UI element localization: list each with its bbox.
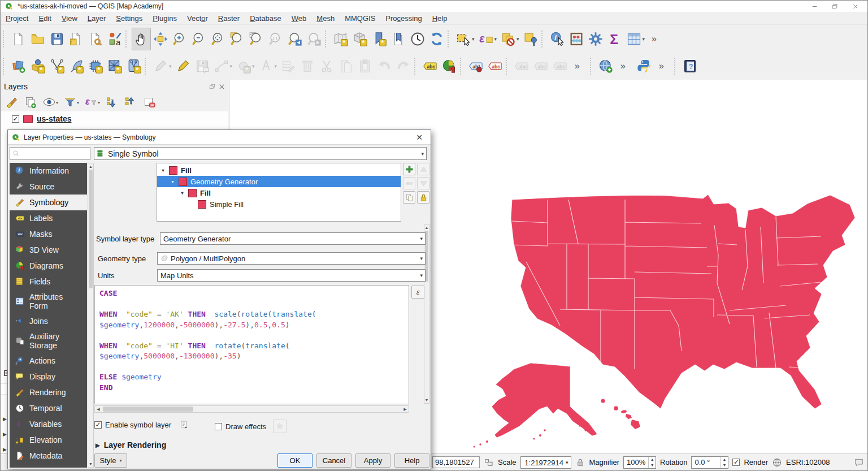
coordinate-input[interactable]: 98,1801527 — [432, 456, 480, 468]
sidebar-item-actions[interactable]: Actions — [10, 353, 87, 369]
attribute-table-button[interactable]: ▾ — [624, 28, 647, 50]
extents-icon[interactable] — [484, 457, 494, 468]
toolbar-handle[interactable] — [541, 31, 545, 47]
draw-effects-checkbox[interactable] — [215, 423, 222, 430]
crs-value[interactable]: ESRI:102008 — [786, 458, 830, 466]
pan-to-selection-button[interactable] — [151, 28, 170, 50]
data-defined-override-icon[interactable] — [179, 420, 189, 430]
dialog-search-input[interactable] — [10, 147, 90, 160]
menu-raster[interactable]: Raster — [213, 13, 245, 24]
menu-plugins[interactable]: Plugins — [147, 13, 182, 24]
symbol-tree-item-fill[interactable]: ▾Fill — [157, 187, 401, 198]
menu-database[interactable]: Database — [245, 13, 287, 24]
new-3d-map-view-button[interactable]: * — [350, 28, 370, 50]
zoom-native-button[interactable]: 1:1 — [266, 28, 285, 50]
layer-row-us-states[interactable]: ✓ us-states — [1, 111, 228, 126]
change-label-button[interactable]: abc — [550, 55, 570, 77]
symbol-tree-item-simple-fill[interactable]: Simple Fill — [157, 198, 401, 210]
menu-edit[interactable]: Edit — [33, 13, 56, 24]
units-combobox[interactable]: Map Units▾ — [157, 269, 426, 282]
zoom-last-button[interactable] — [285, 28, 305, 50]
messages-icon[interactable] — [854, 457, 864, 468]
filter-legend-button[interactable]: ▾ — [63, 96, 79, 109]
toolbar-handle[interactable] — [414, 58, 418, 75]
new-temporary-scratch-layer-button[interactable]: * — [67, 55, 86, 77]
sidebar-item-3d-view[interactable]: 3D View — [10, 242, 87, 258]
deselect-features-button[interactable]: ▾ — [498, 28, 521, 50]
content-scrollbar[interactable]: ▲ ▼ — [424, 224, 429, 404]
sidebar-item-joins[interactable]: Joins — [10, 313, 87, 329]
highlight-pinned-labels-button[interactable]: abc — [485, 55, 505, 77]
symbol-layer-type-combobox[interactable]: Geometry Generator▾ — [160, 232, 426, 245]
toolbar-overflow-button[interactable]: » — [646, 28, 666, 50]
lock-scale-icon[interactable] — [575, 457, 585, 468]
close-panel-icon[interactable] — [218, 83, 225, 90]
zoom-next-button[interactable] — [305, 28, 324, 50]
label-toolbar-overflow-button[interactable]: » — [570, 55, 589, 77]
expand-all-button[interactable] — [105, 96, 119, 109]
current-edits-button[interactable]: ▾ — [151, 55, 173, 77]
sidebar-item-masks[interactable]: abcMasks — [10, 226, 87, 242]
select-features-button[interactable]: ▾ — [454, 28, 476, 50]
statistical-summary-button[interactable]: Σ — [605, 28, 624, 50]
menu-view[interactable]: View — [57, 13, 83, 24]
identify-features-button[interactable]: i — [548, 28, 567, 50]
processing-toolbox-button[interactable] — [586, 28, 605, 50]
toolbar-handle[interactable] — [448, 31, 452, 47]
render-checkbox[interactable]: ✓ — [732, 459, 740, 466]
sidebar-item-attributes-form[interactable]: Attributes Form — [10, 289, 87, 313]
toolbar-handle[interactable] — [145, 58, 149, 75]
add-feature-button[interactable]: ▾ — [212, 55, 235, 77]
new-print-layout-button[interactable] — [67, 28, 86, 50]
show-spatial-bookmarks-button[interactable] — [389, 28, 408, 50]
multiedit-attributes-button[interactable] — [279, 55, 298, 77]
effects-options-button[interactable] — [273, 420, 287, 433]
toolbar-handle[interactable] — [3, 31, 7, 47]
toolbar-handle[interactable] — [3, 58, 7, 75]
apply-button[interactable]: Apply — [355, 453, 390, 468]
sidebar-item-auxiliary-storage[interactable]: Auxiliary Storage — [10, 329, 87, 353]
add-symbol-layer-button[interactable] — [403, 163, 415, 175]
title-bar[interactable]: *us-states-ak-hi-moved — QGIS [Map Acade… — [1, 1, 867, 12]
add-group-button[interactable] — [24, 96, 37, 109]
move-symbol-up-button[interactable] — [417, 163, 429, 175]
show-layout-manager-button[interactable] — [86, 28, 105, 50]
zoom-full-button[interactable] — [209, 28, 228, 50]
expression-hscrollbar[interactable]: ◀▶ — [94, 405, 409, 413]
sidebar-item-source[interactable]: Source — [10, 179, 87, 195]
open-project-button[interactable] — [28, 28, 47, 50]
plugin-overflow-button[interactable]: » — [654, 55, 673, 77]
layer-visibility-checkbox[interactable]: ✓ — [12, 115, 19, 123]
delete-selected-button[interactable] — [298, 55, 317, 77]
data-source-manager-button[interactable] — [9, 55, 28, 77]
zoom-to-layer-button[interactable] — [247, 28, 266, 50]
layer-labeling-button[interactable]: abc — [420, 55, 440, 77]
close-button[interactable] — [847, 1, 867, 12]
save-layer-edits-button[interactable] — [193, 55, 212, 77]
dialog-close-button[interactable]: ✕ — [412, 133, 427, 142]
menu-settings[interactable]: Settings — [111, 13, 147, 24]
redo-button[interactable] — [394, 55, 413, 77]
new-virtual-layer-button[interactable]: * — [105, 55, 124, 77]
select-by-expression-button[interactable]: ε▾ — [476, 28, 499, 50]
open-layer-styling-button[interactable] — [5, 96, 19, 109]
menu-layer[interactable]: Layer — [83, 13, 111, 24]
geometry-expression-editor[interactable]: CASE WHEN "code" = 'AK' THEN scale(rotat… — [94, 285, 409, 404]
toolbar-handle[interactable] — [674, 58, 678, 75]
paste-features-button[interactable] — [355, 55, 375, 77]
menu-processing[interactable]: Processing — [380, 13, 427, 24]
ok-button[interactable]: OK — [277, 453, 313, 468]
toolbar-handle[interactable] — [125, 31, 129, 47]
web-overflow-button[interactable]: » — [615, 55, 635, 77]
zoom-out-button[interactable] — [189, 28, 209, 50]
sidebar-item-elevation[interactable]: Elevation — [10, 432, 87, 448]
toolbar-handle[interactable] — [460, 58, 464, 75]
layer-rendering-section[interactable]: ▶ Layer Rendering — [96, 440, 166, 450]
symbol-tree-item-geometry-generator[interactable]: ▾Geometry Generator — [157, 176, 401, 187]
refresh-map-button[interactable] — [427, 28, 446, 50]
sidebar-item-symbology[interactable]: Symbology — [10, 195, 87, 210]
duplicate-symbol-layer-button[interactable] — [403, 191, 415, 204]
sidebar-scrollbar[interactable]: ▲ ▼ — [88, 163, 94, 468]
show-hide-labels-button[interactable]: abc — [531, 55, 550, 77]
new-spatial-bookmark-button[interactable]: * — [370, 28, 389, 50]
